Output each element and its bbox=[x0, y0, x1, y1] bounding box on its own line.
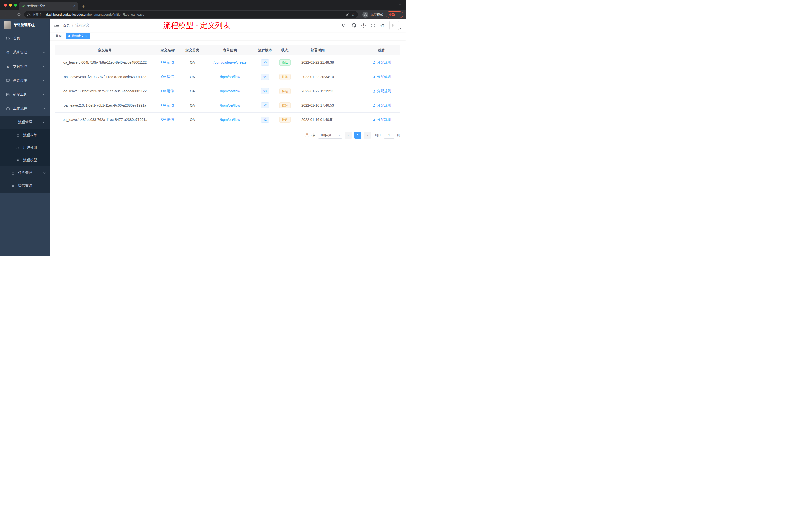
search-icon[interactable] bbox=[342, 23, 346, 28]
close-window-button[interactable] bbox=[4, 3, 7, 6]
toolbox-icon bbox=[5, 93, 10, 97]
page-unit-label: 页 bbox=[397, 133, 400, 137]
current-page-button[interactable]: 1 bbox=[354, 131, 361, 139]
monitor-icon bbox=[5, 79, 10, 83]
version-tag: v5 bbox=[261, 59, 269, 65]
form-link[interactable]: /bpm/oa/flow bbox=[220, 89, 240, 93]
sidebar-item-task-management[interactable]: 任务管理 bbox=[0, 167, 50, 179]
total-count: 共 5 条 bbox=[306, 133, 316, 137]
hamburger-icon[interactable] bbox=[54, 23, 59, 27]
tab-close-icon[interactable]: × bbox=[73, 4, 75, 8]
table-row: oa_leave:5:004b710b-7b8a-11ec-8ef0-acde4… bbox=[55, 56, 400, 70]
navbar-right: ? TT ▾ bbox=[342, 21, 402, 30]
table-header: 定义编号 定义名称 定义分类 表单信息 流程版本 状态 部署时间 操作 bbox=[55, 46, 400, 56]
sidebar-item-home[interactable]: 首页 bbox=[0, 31, 50, 46]
browser-menu-icon[interactable]: ⋮ bbox=[398, 12, 401, 16]
breadcrumb-separator: / bbox=[72, 23, 73, 27]
person-icon bbox=[10, 184, 15, 188]
github-icon[interactable] bbox=[351, 23, 356, 28]
font-size-icon[interactable]: TT bbox=[380, 23, 384, 28]
tag-home[interactable]: 首页 bbox=[53, 33, 64, 39]
active-dot bbox=[68, 35, 70, 37]
page-content: 定义编号 定义名称 定义分类 表单信息 流程版本 状态 部署时间 操作 oa_l… bbox=[50, 40, 406, 256]
deploy-time: 2022-01-16 17:46:53 bbox=[295, 98, 340, 113]
assign-rule-link[interactable]: 分配规则 bbox=[373, 89, 391, 93]
status-tag: 挂起 bbox=[280, 102, 290, 109]
new-tab-button[interactable]: + bbox=[82, 4, 85, 9]
definition-name-link[interactable]: OA 请假 bbox=[161, 60, 174, 65]
update-button[interactable]: 更新 ⋮ bbox=[386, 11, 404, 18]
sidebar-item-dev-tools[interactable]: 研发工具 bbox=[0, 88, 50, 102]
help-icon[interactable]: ? bbox=[361, 23, 366, 28]
definition-name-link[interactable]: OA 请假 bbox=[161, 103, 174, 108]
sidebar-item-payment[interactable]: ¥ 支付管理 bbox=[0, 59, 50, 73]
definition-id: oa_leave:2:3c1f0ef1-76b1-11ec-9c66-a2380… bbox=[55, 98, 155, 113]
prev-page-button[interactable]: ‹ bbox=[345, 131, 352, 139]
definition-name-link[interactable]: OA 请假 bbox=[161, 89, 174, 93]
assign-rule-link[interactable]: 分配规则 bbox=[373, 117, 391, 122]
sidebar-item-infrastructure[interactable]: 基础设施 bbox=[0, 73, 50, 88]
form-link[interactable]: /bpm/oa/flow bbox=[220, 75, 240, 79]
avatar-image bbox=[389, 21, 399, 30]
breadcrumb-home[interactable]: 首页 bbox=[63, 23, 70, 28]
assign-rule-link[interactable]: 分配规则 bbox=[373, 60, 391, 65]
col-definition-id: 定义编号 bbox=[55, 46, 155, 56]
app-window: 芋道管理系统 首页 ⚙ 系统管理 ¥ 支付管理 基础设施 bbox=[0, 19, 406, 256]
chevron-up-icon bbox=[43, 108, 46, 110]
chevron-up-icon bbox=[43, 121, 46, 123]
yen-icon: ¥ bbox=[5, 64, 10, 69]
definition-id: oa_leave:5:004b710b-7b8a-11ec-8ef0-acde4… bbox=[55, 56, 155, 69]
tag-process-definition[interactable]: 流程定义 × bbox=[66, 33, 90, 39]
form-link[interactable]: /bpm/oa/flow bbox=[220, 103, 240, 108]
browser-toolbar: ← → 不安全 dashboard.yudao.iocoder.cn/bpm/m… bbox=[0, 10, 406, 19]
definition-table: 定义编号 定义名称 定义分类 表单信息 流程版本 状态 部署时间 操作 oa_l… bbox=[55, 46, 400, 127]
form-link[interactable]: /bpm/oa/flow bbox=[220, 118, 240, 122]
definition-category: OA bbox=[180, 84, 205, 98]
definition-name-link[interactable]: OA 请假 bbox=[161, 117, 174, 122]
sidebar-item-process-model[interactable]: 流程模型 bbox=[0, 154, 50, 167]
table-row: oa_leave:2:3c1f0ef1-76b1-11ec-9c66-a2380… bbox=[55, 98, 400, 113]
back-icon[interactable]: ← bbox=[2, 11, 9, 18]
logo-avatar bbox=[3, 21, 11, 29]
goto-page-input[interactable] bbox=[384, 131, 395, 139]
bookmark-star-icon[interactable]: ☆ bbox=[351, 12, 355, 17]
version-tag: v2 bbox=[261, 102, 269, 109]
sidebar-item-workflow[interactable]: 工作流程 bbox=[0, 102, 50, 116]
tag-close-icon[interactable]: × bbox=[85, 34, 87, 38]
form-link[interactable]: /bpm/oa/leave/create bbox=[214, 60, 246, 64]
minimize-window-button[interactable] bbox=[9, 3, 12, 6]
breadcrumb-current: 流程定义 bbox=[75, 23, 89, 28]
assign-rule-link[interactable]: 分配规则 bbox=[373, 103, 391, 108]
page-size-select[interactable]: 10条/页 ▾ bbox=[318, 131, 342, 139]
deploy-time: 2022-01-22 20:34:10 bbox=[295, 70, 340, 84]
incognito-badge: 无痕模式 bbox=[362, 11, 383, 18]
next-page-button[interactable]: › bbox=[364, 131, 371, 139]
definition-name-link[interactable]: OA 请假 bbox=[161, 74, 174, 79]
user-avatar[interactable]: ▾ bbox=[389, 21, 402, 30]
sidebar-item-system[interactable]: ⚙ 系统管理 bbox=[0, 46, 50, 59]
url-text: dashboard.yudao.iocoder.cn/bpm/manager/d… bbox=[46, 12, 344, 16]
avatar-caret-icon: ▾ bbox=[400, 27, 402, 30]
forward-icon[interactable]: → bbox=[9, 11, 16, 18]
assign-rule-link[interactable]: 分配规则 bbox=[373, 74, 391, 79]
col-definition-category: 定义分类 bbox=[180, 46, 205, 56]
tab-search-icon[interactable] bbox=[399, 3, 402, 5]
sidebar-logo[interactable]: 芋道管理系统 bbox=[0, 19, 50, 31]
sidebar-item-process-management[interactable]: 流程管理 bbox=[0, 116, 50, 129]
chevron-down-icon: ▾ bbox=[339, 134, 340, 137]
definition-category: OA bbox=[180, 98, 205, 113]
briefcase-icon bbox=[5, 107, 10, 111]
sidebar-item-process-form[interactable]: 流程表单 bbox=[0, 129, 50, 141]
maximize-window-button[interactable] bbox=[14, 3, 17, 6]
sidebar-item-leave-query[interactable]: 请假查询 bbox=[0, 179, 50, 192]
user-icon bbox=[373, 61, 376, 64]
pagination: 共 5 条 10条/页 ▾ ‹ 1 › 前往 页 bbox=[55, 131, 400, 139]
browser-tab[interactable]: 芋道管理系统 × bbox=[19, 1, 78, 10]
security-chip[interactable]: 不安全 bbox=[27, 12, 42, 17]
fullscreen-icon[interactable] bbox=[371, 23, 375, 28]
address-bar[interactable]: 不安全 dashboard.yudao.iocoder.cn/bpm/manag… bbox=[24, 11, 358, 18]
password-key-icon[interactable] bbox=[346, 12, 349, 16]
refresh-icon[interactable] bbox=[16, 11, 22, 18]
sidebar-item-user-group[interactable]: 用户分组 bbox=[0, 141, 50, 154]
dashboard-icon bbox=[5, 36, 10, 40]
